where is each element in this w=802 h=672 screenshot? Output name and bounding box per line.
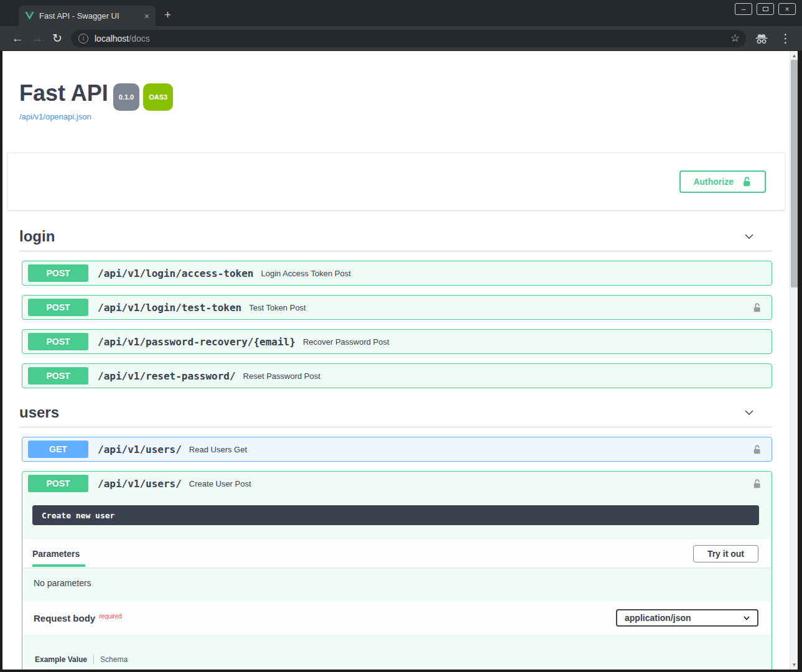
scheme-container: Authorize [7,152,785,210]
browser-tab[interactable]: Fast API - Swagger UI × [19,6,156,26]
tab-divider [93,655,94,665]
tag-section-users: users GET /api/v1/users/ Read Users Get [19,404,772,670]
openapi-spec-link[interactable]: /api/v1/openapi.json [19,112,91,121]
api-title-text: Fast API [19,80,108,106]
address-bar[interactable]: i localhost/docs ☆ [71,30,746,47]
bookmark-star-icon[interactable]: ☆ [730,32,740,45]
method-badge: POST [28,333,88,350]
scroll-down-icon[interactable]: ▼ [790,661,798,669]
tag-section-login: login POST /api/v1/login/access-token Lo… [19,228,772,388]
unlock-icon [741,176,752,187]
op-row[interactable]: POST /api/v1/login/test-token Test Token… [22,295,772,320]
chevron-down-icon[interactable] [743,406,755,419]
try-it-out-button[interactable]: Try it out [693,545,758,562]
active-tab-underline [32,564,85,567]
lock-open-icon [752,302,762,313]
op-path: /api/v1/password-recovery/{email} [98,336,296,348]
url-path: /docs [129,34,149,44]
example-tabs: Example Value Schema [35,655,772,665]
tag-title: login [19,228,55,245]
swagger-page: Fast API0.1.0OAS3 /api/v1/openapi.json A… [2,51,790,670]
schema-tab[interactable]: Schema [100,655,128,664]
op-summary: Recover Password Post [303,337,765,347]
back-button[interactable]: ← [7,32,27,45]
request-body-text: Request body [34,613,95,623]
page-viewport: Fast API0.1.0OAS3 /api/v1/openapi.json A… [2,51,798,670]
close-tab-icon[interactable]: × [144,11,149,21]
minimize-button[interactable]: – [735,3,752,15]
op-description: Create new user [32,505,759,525]
parameters-tab[interactable]: Parameters [32,549,80,559]
op-path: /api/v1/users/ [98,444,182,455]
method-badge: POST [28,367,88,385]
op-row[interactable]: POST /api/v1/login/access-token Login Ac… [22,261,772,286]
parameters-header: Parameters Try it out [22,539,772,567]
method-badge: POST [28,475,88,492]
maximize-icon [763,7,768,11]
auth-lock-button[interactable] [748,302,765,313]
auth-lock-button[interactable] [748,478,765,489]
op-path: /api/v1/login/test-token [98,302,241,314]
op-summary: Test Token Post [249,303,748,312]
op-row[interactable]: GET /api/v1/users/ Read Users Get [22,437,772,462]
tag-header-users[interactable]: users [19,404,772,427]
url-host: localhost [95,34,129,44]
media-type-value: application/json [625,613,691,623]
op-summary: Create User Post [189,479,748,488]
auth-lock-button[interactable] [748,444,765,455]
no-parameters-text: No parameters [22,567,772,601]
authorize-label: Authorize [693,177,734,187]
required-badge: required [99,613,122,620]
favicon-vue-logo-icon [25,12,34,20]
op-summary: Reset Password Post [243,371,765,381]
page-scrollbar[interactable]: ▲ ▼ [790,51,798,670]
tag-title: users [19,404,59,421]
method-badge: POST [28,299,88,316]
oas3-badge: OAS3 [143,83,173,111]
op-row-expanded: POST /api/v1/users/ Create User Post Cre… [22,471,772,670]
parameters-tab-label: Parameters [32,549,80,559]
browser-menu-button[interactable]: ⋮ [780,31,791,45]
reload-button[interactable]: ↻ [47,31,67,45]
op-row[interactable]: POST /api/v1/reset-password/ Reset Passw… [22,363,772,388]
tag-header-login[interactable]: login [19,228,772,251]
url-text[interactable]: localhost/docs [95,34,730,44]
close-window-button[interactable]: × [778,3,796,15]
request-body-label: Request bodyrequired [34,613,122,623]
method-badge: POST [28,264,88,282]
browser-toolbar: ← → ↻ i localhost/docs ☆ ⋮ [0,26,802,51]
chevron-down-icon[interactable] [743,230,755,243]
op-path: /api/v1/reset-password/ [98,370,236,382]
version-badge: 0.1.0 [113,83,139,111]
maximize-button[interactable] [757,3,774,15]
incognito-icon [755,32,768,45]
op-row[interactable]: POST /api/v1/password-recovery/{email} R… [22,329,772,354]
request-body-header: Request bodyrequired application/json [22,601,772,635]
authorize-button[interactable]: Authorize [679,170,766,193]
op-row[interactable]: POST /api/v1/users/ Create User Post [22,472,772,495]
lock-open-icon [752,478,762,489]
scroll-up-icon[interactable]: ▲ [790,52,798,60]
op-path: /api/v1/users/ [98,478,182,490]
site-info-icon[interactable]: i [78,34,88,44]
example-value-tab[interactable]: Example Value [35,655,87,664]
new-tab-button[interactable]: + [164,9,171,21]
chevron-down-icon [742,614,751,622]
forward-button[interactable]: → [27,32,47,45]
lock-open-icon [752,444,762,455]
op-path: /api/v1/login/access-token [98,268,253,279]
scrollbar-thumb[interactable] [791,60,798,287]
method-badge: GET [28,441,88,458]
page-title: Fast API0.1.0OAS3 [19,81,772,108]
tab-title: Fast API - Swagger UI [39,11,139,21]
media-type-select[interactable]: application/json [616,609,758,627]
op-summary: Read Users Get [189,445,748,454]
op-summary: Login Access Token Post [261,269,765,278]
window-titlebar: Fast API - Swagger UI × + – × [0,0,802,26]
